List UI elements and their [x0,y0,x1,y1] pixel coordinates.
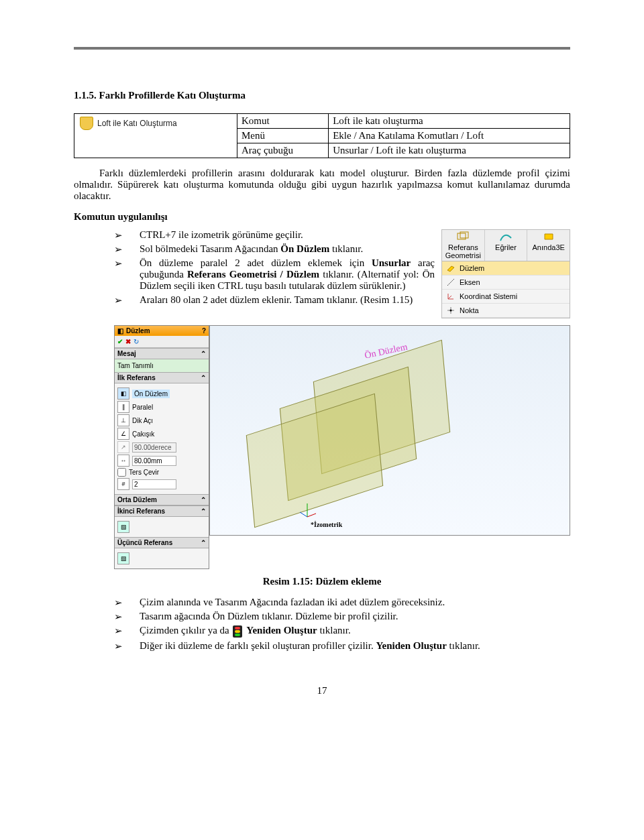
angle-icon: ↗ [117,441,129,453]
ref-row[interactable]: ↔ [117,455,206,467]
cube-icon: ▧ [117,521,129,533]
ref-row[interactable]: ⊥Dik Açı [117,414,206,426]
row-val: Unsurlar / Loft ile katı oluşturma [329,143,570,158]
row-val: Ekle / Ana Katılama Komutları / Loft [329,129,570,143]
ref-row[interactable]: ∥Paralel [117,401,206,413]
entity-icon: ◧ [117,387,129,400]
axis-triad [297,500,317,522]
plane-small-icon: ◧ [117,327,123,335]
perpendicular-icon: ⊥ [117,414,129,426]
ref-row[interactable]: Ters Çevir [117,468,206,477]
svg-line-7 [307,514,316,517]
step-item: Çizim alanında ve Tasarım Ağacında fazla… [114,597,570,608]
cancel-button[interactable]: ✖ [125,338,131,345]
row-key: Araç çubuğu [237,143,329,158]
ref-row[interactable]: ↗ [117,441,206,453]
loft-button-sample: Loft ile Katı Oluşturma [78,115,233,131]
row-key: Menü [237,129,329,143]
point-icon [446,306,455,315]
step-item: Diğer iki düzleme de farklı şekil oluştu… [114,640,570,652]
panel-title-bar: ◧ Düzlem ? [115,326,209,336]
command-icon-cell: Loft ile Katı Oluşturma [74,114,237,158]
second-ref-body: ▧ [115,517,209,537]
steps-list-2: Çizim alanında ve Tasarım Ağacında fazla… [74,597,570,652]
ref-row[interactable]: # [117,478,206,490]
figure-caption: Resim 1.15: Düzlem ekleme [74,576,570,587]
cad-screenshot: ◧ Düzlem ? ✔ ✖ ↻ Mesaj⌃ Tam Tanımlı İlk … [114,325,570,569]
ref-row[interactable]: ◧Ön Düzlem [117,387,206,400]
iso-label: *İzometrik [311,521,342,528]
step-item: Çizimden çıkılır ya da Yeniden Oluştur t… [114,625,570,638]
parallel-icon: ∥ [117,401,129,413]
document-page: 1.1.5. Farklı Profillerde Katı Oluşturma… [0,0,644,737]
coincident-icon: ∠ [117,428,129,440]
section-header[interactable]: Mesaj⌃ [115,348,209,359]
plane-property-panel: ◧ Düzlem ? ✔ ✖ ↻ Mesaj⌃ Tam Tanımlı İlk … [114,325,209,569]
cad-viewport: Ön Düzlem *İzometrik [209,325,570,536]
command-table: Loft ile Katı Oluşturma Komut Loft ile k… [74,113,570,158]
third-ref-body: ▧ [115,548,209,568]
step-item: Araları 80 olan 2 adet düzlem eklenir. T… [114,294,570,306]
section-heading: 1.1.5. Farklı Profillerde Katı Oluşturma [74,90,570,101]
subheading: Komutun uygulanılışı [74,211,570,223]
paragraph-intro: Farklı düzlemlerdeki profillerin arasını… [74,168,570,202]
section-header[interactable]: Orta Düzlem⌃ [115,494,209,505]
step-item: Tasarım ağacında Ön Düzlem tıklanır. Düz… [114,611,570,622]
ref-item-point[interactable]: Nokta [442,304,570,318]
cube-icon: ▧ [117,552,129,564]
loft-button-label: Loft ile Katı Oluşturma [97,119,177,128]
first-ref-body: ◧Ön Düzlem ∥Paralel ⊥Dik Açı ∠Çakışık ↗ … [115,383,209,494]
page-number: 17 [74,685,570,697]
help-icon[interactable]: ? [202,327,206,335]
offset-input[interactable] [132,456,176,466]
ok-cancel-row: ✔ ✖ ↻ [115,336,209,348]
header-rule [74,47,570,50]
rebuild-icon [233,625,242,638]
loft-icon [80,117,93,130]
section-header[interactable]: İkinci Referans⌃ [115,505,209,517]
flip-checkbox[interactable] [117,468,126,477]
step-item: CTRL+7 ile izometrik görünüme geçilir. [114,229,570,241]
step-item: Ön düzleme paralel 2 adet düzlem eklemek… [114,257,570,292]
row-key: Komut [237,114,329,129]
message-body: Tam Tanımlı [115,359,209,372]
svg-line-8 [300,512,307,517]
row-val: Loft ile katı oluşturma [329,114,570,129]
ref-row[interactable]: ∠Çakışık [117,428,206,440]
ok-button[interactable]: ✔ [117,338,123,345]
count-icon: # [117,478,129,490]
step-item: Sol bölmedeki Tasarım Ağacından Ön Düzle… [114,243,570,255]
count-input[interactable] [132,479,176,489]
section-header[interactable]: Üçüncü Referans⌃ [115,537,209,548]
angle-input [132,442,176,453]
offset-icon: ↔ [117,455,129,467]
preview-button[interactable]: ↻ [133,338,139,345]
section-header[interactable]: İlk Referans⌃ [115,372,209,383]
